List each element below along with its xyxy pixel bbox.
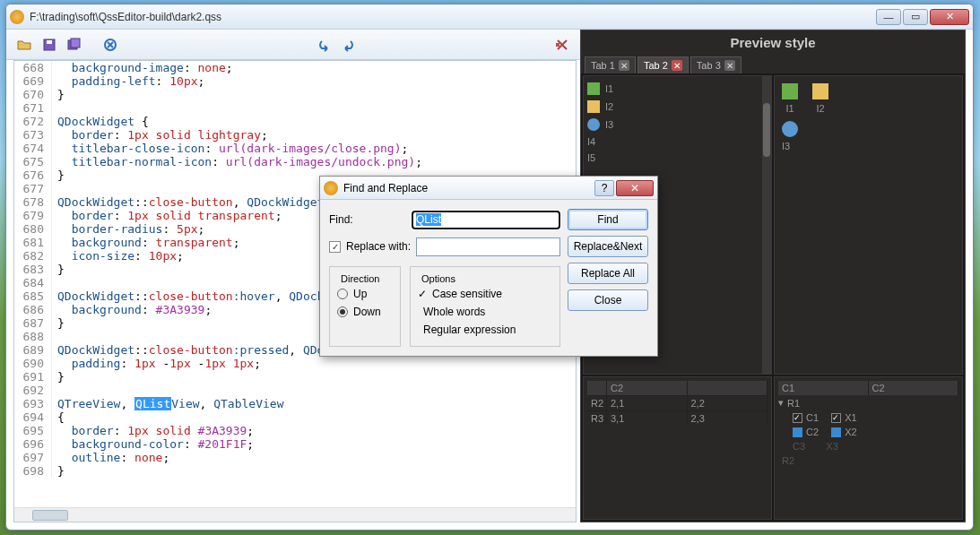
preview-tabbar: Tab 1✕ Tab 2✕ Tab 3✕ xyxy=(581,55,965,73)
direction-up-radio[interactable] xyxy=(337,289,348,299)
vertical-scrollbar[interactable] xyxy=(762,76,771,374)
open-file-button[interactable] xyxy=(13,34,35,56)
settings-button[interactable] xyxy=(551,34,573,56)
minimize-button[interactable]: — xyxy=(876,9,901,25)
close-icon[interactable]: ✕ xyxy=(619,60,629,71)
direction-group: Direction Up Down xyxy=(329,266,401,347)
battery-icon xyxy=(782,83,798,99)
case-sensitive-checkbox[interactable]: ✓ xyxy=(418,288,427,300)
svg-rect-1 xyxy=(47,40,52,44)
checkbox[interactable] xyxy=(831,413,841,423)
find-button[interactable]: Find xyxy=(568,209,648,230)
replace-input[interactable] xyxy=(416,237,560,256)
color-swatch xyxy=(793,427,802,437)
close-button[interactable]: Close xyxy=(568,289,648,311)
preview-table-view[interactable]: C2 R22,12,2 R33,12,3 xyxy=(583,376,772,520)
svg-rect-3 xyxy=(71,39,80,47)
checkbox[interactable] xyxy=(793,413,802,423)
close-icon[interactable]: ✕ xyxy=(724,60,735,71)
find-label: Find: xyxy=(329,213,406,226)
direction-down-radio[interactable] xyxy=(337,306,348,317)
preview-tree-view[interactable]: C1C2 ▾R1 C1 X1 C2 X2 C3 X3 R2 xyxy=(774,376,963,520)
close-icon[interactable]: ✕ xyxy=(672,60,682,71)
titlebar[interactable]: F:\trading\soft\QssEditor-build\dark2.qs… xyxy=(6,4,973,30)
preview-tab-2[interactable]: Tab 2✕ xyxy=(637,56,689,73)
undo-button[interactable] xyxy=(313,34,334,56)
preview-icon-view[interactable]: I1 I2 I3 xyxy=(774,75,963,375)
options-group: Options ✓Case sensitive Whole words Regu… xyxy=(410,266,560,347)
dialog-close-button[interactable]: ✕ xyxy=(616,180,654,196)
replace-all-button[interactable]: Replace All xyxy=(568,263,648,284)
battery-icon xyxy=(587,82,600,95)
color-swatch xyxy=(831,427,841,437)
horizontal-scrollbar[interactable] xyxy=(14,507,576,522)
preview-tab-3[interactable]: Tab 3✕ xyxy=(690,56,742,73)
app-icon xyxy=(324,181,338,195)
replace-checkbox[interactable]: ✓ xyxy=(329,241,341,253)
preview-title: Preview style xyxy=(581,30,965,55)
save-button[interactable] xyxy=(39,34,60,56)
help-button[interactable]: ? xyxy=(594,180,614,196)
folder-icon xyxy=(812,83,828,99)
replace-next-button[interactable]: Replace&Next xyxy=(568,236,648,257)
redo-button[interactable] xyxy=(338,34,360,56)
window-close-button[interactable]: ✕ xyxy=(930,9,969,25)
svg-rect-5 xyxy=(556,43,559,47)
user-icon xyxy=(782,121,798,137)
maximize-button[interactable]: ▭ xyxy=(903,9,928,25)
replace-label: Replace with: xyxy=(346,240,411,253)
dialog-titlebar[interactable]: Find and Replace ? ✕ xyxy=(320,177,657,200)
folder-icon xyxy=(587,100,600,113)
app-icon xyxy=(10,10,24,24)
preview-tab-1[interactable]: Tab 1✕ xyxy=(585,56,636,73)
user-icon xyxy=(587,118,600,131)
toolbar xyxy=(6,30,580,60)
save-all-button[interactable] xyxy=(64,34,85,56)
clear-button[interactable] xyxy=(100,34,121,56)
chevron-down-icon[interactable]: ▾ xyxy=(778,397,784,409)
window-title: F:\trading\soft\QssEditor-build\dark2.qs… xyxy=(30,11,876,23)
find-input[interactable] xyxy=(412,211,560,229)
find-replace-dialog: Find and Replace ? ✕ Find: Find ✓ Replac… xyxy=(319,176,658,357)
dialog-title: Find and Replace xyxy=(343,182,593,194)
